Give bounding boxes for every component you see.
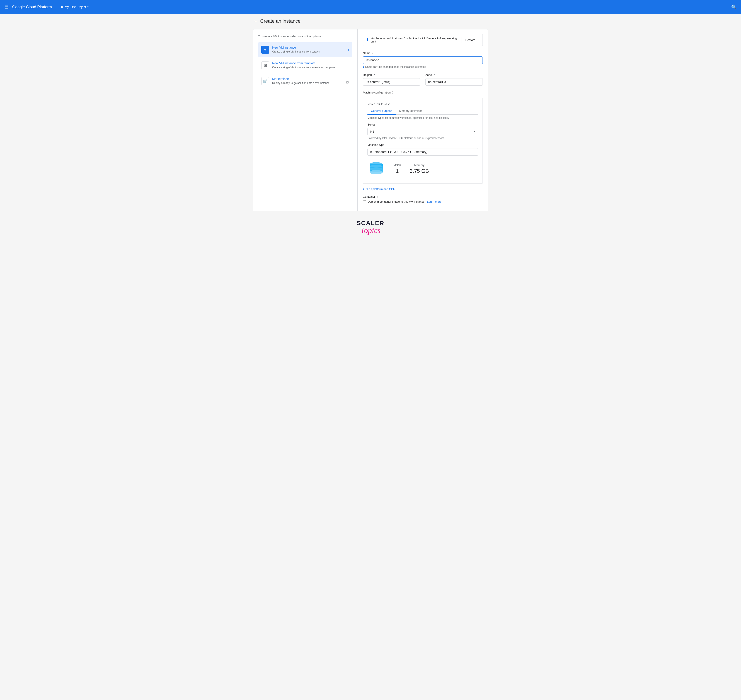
brand-name: Google Cloud Platform (12, 5, 52, 9)
option-new-vm[interactable]: + New VM instance Create a single VM ins… (258, 42, 352, 57)
new-vm-desc: Create a single VM instance from scratch (272, 50, 320, 53)
project-name: My First Project (65, 5, 86, 9)
draft-banner-text: You have a draft that wasn't submitted, … (371, 37, 459, 43)
name-input[interactable] (363, 56, 483, 64)
machine-visual: vCPU 1 Memory 3.75 GB (368, 156, 478, 179)
marketplace-desc: Deploy a ready-to-go solution onto a VM … (272, 81, 329, 85)
topics-text: Topics (253, 226, 488, 235)
tab-memory-optimized[interactable]: Memory-optimized (396, 107, 426, 115)
name-hint: ℹ Name can't be changed once the instanc… (363, 65, 483, 69)
page-title: Create an instance (260, 18, 300, 24)
region-select[interactable]: us-central1 (Iowa) us-east1 (South Carol… (363, 78, 420, 86)
container-label: Container ? (363, 195, 483, 198)
container-help-icon[interactable]: ? (376, 195, 378, 198)
memory-value: 3.75 GB (410, 168, 429, 174)
scaler-branding: SCALER Topics (253, 220, 488, 235)
vm-template-title: New VM instance from template (272, 62, 335, 65)
scaler-text: SCALER (253, 220, 488, 226)
region-field: Region ? us-central1 (Iowa) us-east1 (So… (363, 73, 420, 86)
series-label: Series (368, 123, 478, 126)
navbar: ☰ Google Cloud Platform ❋ My First Proje… (0, 0, 741, 14)
machine-family-desc: Machine types for common workloads, opti… (368, 116, 478, 119)
option-vm-template[interactable]: ⊞ New VM instance from template Create a… (258, 58, 352, 73)
machine-stack-icon (368, 160, 385, 177)
vcpu-label: vCPU (394, 163, 401, 167)
vcpu-value: 1 (394, 168, 401, 174)
project-icon: ❋ (60, 5, 63, 9)
name-hint-icon: ℹ (363, 65, 364, 69)
back-button[interactable]: ← (253, 18, 257, 24)
page-header: ← Create an instance (253, 18, 488, 24)
machine-config-box: Machine family General-purpose Memory-op… (363, 98, 483, 184)
machine-type-label: Machine type (368, 143, 478, 146)
restore-button[interactable]: Restore (462, 37, 479, 43)
container-checkbox-text: Deploy a container image to this VM inst… (368, 200, 425, 203)
container-checkbox[interactable] (363, 200, 366, 203)
container-section: Container ? Deploy a container image to … (363, 195, 483, 203)
series-select[interactable]: N1 N2 E2 (368, 128, 478, 135)
cpu-platform-chevron: ▾ (363, 187, 365, 191)
svg-point-6 (370, 170, 383, 174)
tab-general-purpose[interactable]: General-purpose (368, 107, 396, 115)
marketplace-title: Marketplace (272, 77, 329, 81)
new-vm-arrow: › (348, 47, 349, 52)
zone-select[interactable]: us-central1-a us-central1-b us-central1-… (425, 78, 483, 86)
marketplace-icon: 🛒 (261, 77, 269, 85)
container-checkbox-row: Deploy a container image to this VM inst… (363, 200, 483, 203)
draft-info-icon: ℹ (366, 37, 368, 42)
machine-type-select[interactable]: n1-standard-1 (1 vCPU, 3.75 GB memory) n… (368, 148, 478, 156)
main-content: ← Create an instance To create a VM inst… (248, 14, 493, 244)
vm-template-desc: Create a single VM instance from an exis… (272, 66, 335, 69)
left-panel-intro: To create a VM instance, select one of t… (258, 35, 352, 38)
machine-config-help-icon[interactable]: ? (392, 91, 393, 94)
left-panel: To create a VM instance, select one of t… (253, 29, 358, 211)
zone-help-icon[interactable]: ? (433, 73, 435, 76)
draft-banner: ℹ You have a draft that wasn't submitted… (363, 34, 483, 46)
option-marketplace[interactable]: 🛒 Marketplace Deploy a ready-to-go solut… (258, 74, 352, 88)
cpu-platform-label: CPU platform and GPU (366, 187, 395, 191)
name-label: Name ? (363, 51, 483, 55)
region-zone-row: Region ? us-central1 (Iowa) us-east1 (So… (363, 73, 483, 86)
zone-field: Zone ? us-central1-a us-central1-b us-ce… (425, 73, 483, 86)
right-panel: ℹ You have a draft that wasn't submitted… (358, 29, 488, 211)
series-hint: Powered by Intel Skylake CPU platform or… (368, 137, 478, 140)
marketplace-external-icon: ⧉ (346, 81, 349, 85)
region-help-icon[interactable]: ? (373, 73, 375, 76)
project-selector[interactable]: ❋ My First Project ▾ (60, 5, 88, 9)
container-learn-more-link[interactable]: Learn more (427, 200, 441, 203)
menu-icon[interactable]: ☰ (4, 4, 9, 10)
new-vm-title: New VM instance (272, 46, 320, 49)
memory-label: Memory (410, 163, 429, 167)
machine-family-tabs: General-purpose Memory-optimized (368, 107, 478, 115)
name-field-section: Name ? ℹ Name can't be changed once the … (363, 51, 483, 69)
vcpu-stat: vCPU 1 (394, 163, 401, 174)
project-dropdown-arrow: ▾ (87, 6, 88, 9)
machine-config-title: Machine configuration ? (363, 91, 483, 94)
content-area: To create a VM instance, select one of t… (253, 29, 488, 212)
name-help-icon[interactable]: ? (372, 51, 373, 55)
machine-family-label: Machine family (368, 102, 478, 105)
memory-stat: Memory 3.75 GB (410, 163, 429, 174)
cpu-platform-link[interactable]: ▾ CPU platform and GPU (363, 187, 483, 191)
new-vm-icon: + (261, 46, 269, 54)
search-icon[interactable]: 🔍 (731, 4, 737, 10)
vm-template-icon: ⊞ (261, 62, 269, 69)
